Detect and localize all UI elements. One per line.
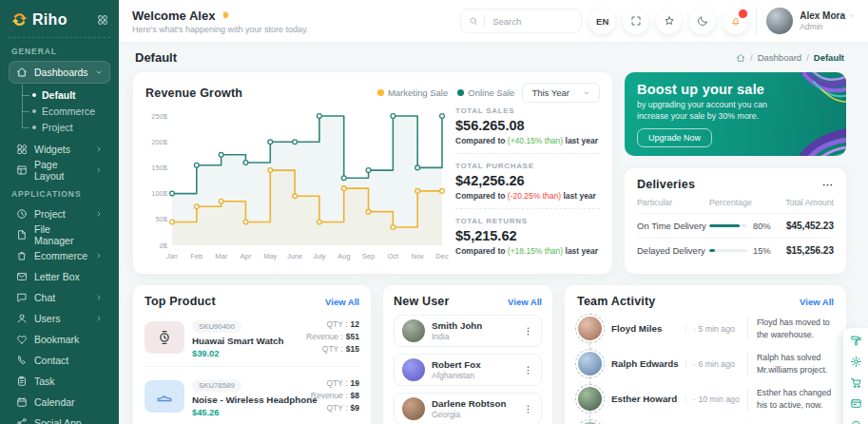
upgrade-now-button[interactable]: Upgrade Now: [637, 128, 712, 147]
view-all-link[interactable]: View All: [325, 297, 359, 307]
chevron-right-icon: [95, 252, 103, 260]
activity-row: Ralph Edwards 6 min ago Ralph has solved…: [577, 347, 834, 380]
svg-text:150$: 150$: [151, 164, 168, 172]
sidebar-item-project[interactable]: Project: [9, 203, 110, 223]
cart-icon[interactable]: [850, 376, 862, 389]
stat-compare: Compared to (+18.15% than) last year: [455, 246, 600, 256]
user-name: Robert Fox: [432, 359, 481, 370]
legend-marketing-sale[interactable]: Marketing Sale: [377, 87, 448, 98]
progress-bar: [709, 249, 747, 252]
activity-text: Esther has changed his to active, now.: [747, 387, 834, 411]
sidebar-item-letter-box[interactable]: Letter Box: [9, 266, 110, 286]
fullscreen-button[interactable]: [623, 9, 648, 34]
bookmark-button[interactable]: [656, 9, 682, 34]
svg-text:100$: 100$: [151, 189, 168, 198]
sidebar-item-contact[interactable]: Contact: [9, 350, 110, 370]
card-title: Revenue Growth: [145, 87, 242, 100]
list-item[interactable]: Smith John India: [394, 315, 542, 347]
quick-tools-panel: [843, 328, 868, 424]
sidebar-subitem-ecommerce[interactable]: Ecommerce: [22, 103, 110, 119]
bag-icon: [16, 250, 28, 261]
search-box[interactable]: [460, 9, 582, 33]
file-icon: [16, 229, 28, 241]
period-select[interactable]: This Year: [522, 83, 600, 103]
user-role: Admin: [800, 22, 855, 31]
chevron-right-icon: [95, 145, 103, 153]
sidebar-item-social-app[interactable]: Social App: [9, 413, 110, 424]
sidebar-item-task[interactable]: Task: [9, 371, 110, 391]
roller-icon[interactable]: [850, 335, 862, 347]
sidebar-toggle-icon[interactable]: [97, 14, 108, 26]
sidebar-item-users[interactable]: Users: [9, 308, 110, 328]
sidebar-item-bookmark[interactable]: Bookmark: [9, 329, 110, 349]
waving-hand-icon: [220, 10, 232, 22]
bullet-icon: [32, 125, 36, 129]
widgets-icon: [16, 144, 28, 155]
more-options-icon[interactable]: [523, 365, 533, 376]
heart-icon: [16, 334, 28, 345]
product-row[interactable]: SKU78589 Noise - Wireless Headphone $45.…: [145, 367, 359, 424]
card-title: Team Activity: [577, 295, 656, 308]
sidebar-subtree: Default Ecommerce Project: [22, 87, 110, 135]
product-stat-value: 19: [351, 377, 359, 390]
breadcrumb: / Dashboard / Default: [736, 52, 844, 63]
breadcrumb-item[interactable]: Dashboard: [758, 52, 801, 63]
sidebar-item-label: Social App: [34, 417, 82, 424]
sidebar-item-page-layout[interactable]: Page Layout: [9, 160, 110, 180]
new-user-card: New User View All Smith John India Rober…: [383, 285, 552, 424]
brand-name: Riho: [32, 11, 68, 29]
welcome-title: Welcome Alex: [132, 9, 215, 23]
user-country: Afghanistan: [432, 371, 481, 380]
sidebar-subitem-default[interactable]: Default: [22, 87, 110, 103]
chat-icon: [16, 292, 28, 303]
delivery-name: On Time Delivery: [637, 221, 709, 231]
list-item[interactable]: Darlene Robtson Georgia: [394, 393, 542, 424]
headset-icon[interactable]: [850, 418, 862, 424]
stat-compare: Compared to (-20.25% than) last year: [455, 191, 600, 201]
product-stat-key: Revenue :: [311, 390, 348, 402]
sidebar-item-ecommerce[interactable]: Ecommerce: [9, 245, 110, 265]
product-name: Huawai Smart Watch: [192, 336, 299, 346]
chevron-down-icon: [848, 12, 855, 19]
sidebar-subitem-project[interactable]: Project: [22, 119, 110, 135]
more-options-icon[interactable]: [821, 179, 834, 191]
view-all-link[interactable]: View All: [508, 297, 542, 307]
gear-icon[interactable]: [850, 356, 862, 368]
legend-online-sale[interactable]: Online Sale: [457, 87, 514, 98]
user-menu[interactable]: Alex Mora Admin: [756, 7, 855, 35]
svg-text:Dec: Dec: [435, 252, 449, 260]
card-icon[interactable]: [850, 397, 862, 410]
sidebar-item-widgets[interactable]: Widgets: [9, 139, 110, 159]
sidebar-item-file-manager[interactable]: File Manager: [9, 224, 110, 244]
sidebar-item-chat[interactable]: Chat: [9, 287, 110, 307]
sidebar-item-calendar[interactable]: Calendar: [9, 392, 110, 412]
home-icon[interactable]: [736, 53, 745, 63]
sidebar-item-dashboards[interactable]: Dashboards: [9, 61, 110, 84]
riho-logo-icon: [10, 10, 29, 29]
bullet-icon: [32, 93, 36, 97]
list-item[interactable]: Robert Fox Afghanistan: [394, 354, 542, 386]
more-options-icon[interactable]: [523, 404, 533, 414]
sidebar-item-label: Chat: [34, 292, 55, 303]
product-stats: QTY : 19 Revenue : $8 QTY : $9: [311, 377, 359, 415]
more-options-icon[interactable]: [523, 326, 533, 337]
dark-mode-button[interactable]: [689, 9, 715, 34]
product-sku-badge: SKU78589: [192, 379, 241, 392]
divider: [484, 15, 485, 27]
revenue-stat: TOTAL PURCHASE $42,256.26 Compared to (-…: [455, 153, 600, 201]
welcome-subtitle: Here's what's happening with your store …: [132, 25, 308, 34]
page-content: Default / Dashboard / Default Revenue Gr…: [119, 43, 868, 424]
phone-icon: [16, 355, 28, 366]
activity-row: Jacob Jones 11 min ago Jacob has make ch…: [577, 417, 834, 424]
team-activity-card: Team Activity View All Floyd Miles 5 min…: [565, 285, 846, 424]
product-row[interactable]: SKU90400 Huawai Smart Watch $39.02 QTY :…: [145, 308, 359, 367]
language-button[interactable]: EN: [589, 9, 615, 34]
notifications-button[interactable]: [723, 9, 748, 34]
search-input[interactable]: [491, 15, 557, 28]
progress-bar: [709, 224, 747, 227]
view-all-link[interactable]: View All: [800, 297, 834, 307]
chevron-right-icon: [95, 210, 103, 218]
fullscreen-icon: [630, 15, 642, 27]
card-title: Top Product: [145, 295, 216, 308]
product-stat-value: 12: [351, 318, 359, 331]
